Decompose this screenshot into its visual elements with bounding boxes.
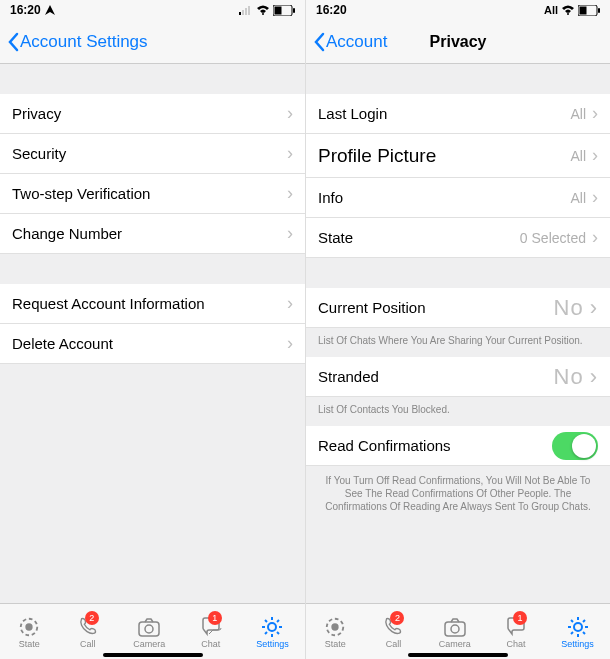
- row-read-confirmations[interactable]: Read Confirmations: [306, 426, 610, 466]
- tabbar-right: State 2 Call Camera 1 Chat Settings: [306, 603, 610, 659]
- carrier-label: All: [544, 4, 558, 16]
- tab-settings[interactable]: Settings: [561, 615, 594, 649]
- tab-label: Camera: [439, 639, 471, 649]
- svg-rect-24: [598, 8, 600, 13]
- row-value: All: [570, 106, 586, 122]
- chevron-right-icon: ›: [287, 103, 293, 124]
- row-state[interactable]: State 0 Selected›: [306, 218, 610, 258]
- chevron-right-icon: ›: [287, 183, 293, 204]
- tab-label: State: [325, 639, 346, 649]
- back-button[interactable]: Account: [312, 32, 387, 52]
- spacer: [0, 64, 305, 94]
- privacy-group-4: Read Confirmations: [306, 426, 610, 466]
- spacer: [306, 64, 610, 94]
- row-info[interactable]: Info All›: [306, 178, 610, 218]
- footnote-read-confirmations: If You Turn Off Read Confirmations, You …: [306, 466, 610, 527]
- state-icon: [324, 616, 346, 638]
- row-two-step[interactable]: Two-step Verification ›: [0, 174, 305, 214]
- home-indicator[interactable]: [408, 653, 508, 657]
- svg-point-9: [26, 623, 33, 630]
- privacy-group-1: Last Login All› Profile Picture All› Inf…: [306, 94, 610, 258]
- tab-camera[interactable]: Camera: [133, 615, 165, 649]
- row-value: All: [570, 148, 586, 164]
- home-indicator[interactable]: [103, 653, 203, 657]
- badge: 2: [390, 611, 404, 625]
- tab-call[interactable]: 2 Call: [75, 615, 101, 649]
- row-delete-account[interactable]: Delete Account ›: [0, 324, 305, 364]
- camera-icon: [137, 616, 161, 638]
- svg-rect-27: [445, 622, 465, 636]
- row-label: State: [318, 229, 353, 246]
- battery-icon: [273, 5, 295, 16]
- tab-label: Chat: [201, 639, 220, 649]
- row-security[interactable]: Security ›: [0, 134, 305, 174]
- gear-icon: [260, 615, 284, 639]
- tab-label: State: [19, 639, 40, 649]
- state-icon: [18, 616, 40, 638]
- tab-label: Settings: [256, 639, 289, 649]
- svg-point-11: [145, 625, 153, 633]
- footnote-blocked: List Of Contacts You Blocked.: [306, 397, 610, 426]
- tab-state[interactable]: State: [16, 615, 42, 649]
- chevron-right-icon: ›: [287, 223, 293, 244]
- row-current-position[interactable]: Current Position No›: [306, 288, 610, 328]
- row-value: No: [554, 364, 584, 390]
- chevron-right-icon: ›: [287, 333, 293, 354]
- tab-chat[interactable]: 1 Chat: [503, 615, 529, 649]
- tab-chat[interactable]: 1 Chat: [198, 615, 224, 649]
- svg-point-28: [451, 625, 459, 633]
- row-change-number[interactable]: Change Number ›: [0, 214, 305, 254]
- badge: 1: [513, 611, 527, 625]
- tab-label: Chat: [506, 639, 525, 649]
- svg-line-19: [265, 632, 267, 634]
- read-confirmations-toggle[interactable]: [552, 432, 598, 460]
- left-pane: 16:20 Account Settings Privacy › Securit…: [0, 0, 305, 659]
- svg-rect-10: [139, 622, 159, 636]
- svg-line-37: [583, 620, 585, 622]
- statusbar-right: 16:20 All: [306, 0, 610, 20]
- svg-point-21: [567, 13, 569, 15]
- svg-rect-2: [245, 8, 247, 15]
- row-label: Delete Account: [12, 335, 113, 352]
- tab-call[interactable]: 2 Call: [380, 615, 406, 649]
- chevron-right-icon: ›: [592, 187, 598, 208]
- svg-point-26: [331, 623, 338, 630]
- tab-label: Call: [386, 639, 402, 649]
- right-pane: 16:20 All Account Privacy Last Login All…: [305, 0, 610, 659]
- tab-settings[interactable]: Settings: [256, 615, 289, 649]
- chevron-right-icon: ›: [592, 145, 598, 166]
- badge: 2: [85, 611, 99, 625]
- location-icon: [45, 5, 55, 15]
- row-stranded[interactable]: Stranded No›: [306, 357, 610, 397]
- row-profile-picture[interactable]: Profile Picture All›: [306, 134, 610, 178]
- row-request-info[interactable]: Request Account Information ›: [0, 284, 305, 324]
- svg-rect-1: [242, 10, 244, 15]
- privacy-group-2: Current Position No›: [306, 288, 610, 328]
- row-last-login[interactable]: Last Login All›: [306, 94, 610, 134]
- wifi-icon: [256, 5, 270, 15]
- chevron-right-icon: ›: [287, 293, 293, 314]
- back-label: Account: [326, 32, 387, 52]
- row-label: Privacy: [12, 105, 61, 122]
- row-label: Read Confirmations: [318, 437, 451, 454]
- tab-label: Call: [80, 639, 96, 649]
- camera-icon: [443, 616, 467, 638]
- svg-rect-7: [293, 8, 295, 13]
- wifi-icon: [561, 5, 575, 15]
- tab-state[interactable]: State: [322, 615, 348, 649]
- badge: 1: [208, 611, 222, 625]
- battery-icon: [578, 5, 600, 16]
- chevron-right-icon: ›: [287, 143, 293, 164]
- privacy-group-3: Stranded No›: [306, 357, 610, 397]
- row-label: Last Login: [318, 105, 387, 122]
- row-value: 0 Selected: [520, 230, 586, 246]
- back-button[interactable]: Account Settings: [6, 32, 148, 52]
- spacer: [0, 254, 305, 284]
- tab-camera[interactable]: Camera: [439, 615, 471, 649]
- row-privacy[interactable]: Privacy ›: [0, 94, 305, 134]
- settings-group-2: Request Account Information › Delete Acc…: [0, 284, 305, 364]
- spacer: [306, 258, 610, 288]
- row-label: Two-step Verification: [12, 185, 150, 202]
- svg-point-12: [268, 623, 276, 631]
- row-label: Profile Picture: [318, 145, 436, 167]
